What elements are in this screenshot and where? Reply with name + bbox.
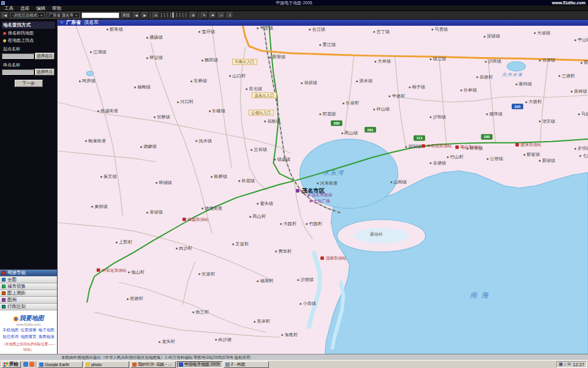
svg-text:塘缀镇: 塘缀镇	[143, 144, 157, 150]
map-label-s: 113	[414, 136, 425, 140]
radio-label: 按名称找地图	[8, 30, 34, 36]
radio-option-by-name[interactable]: 按名称找地图	[3, 30, 55, 36]
task-icon	[39, 362, 43, 367]
sidebar-link-0[interactable]: 手机地图	[2, 328, 19, 333]
radio-option-on-map[interactable]: 在地图上找点	[3, 37, 55, 44]
draw-tool-button[interactable]: ✎	[201, 12, 208, 18]
mode-dropdown[interactable]: -浏览信息模式- ▼	[10, 12, 45, 18]
zoom-slider[interactable]	[161, 13, 188, 17]
logo-subtext: www.51ditu.com	[0, 323, 57, 326]
zoom-in-button[interactable]: ⊕	[190, 12, 197, 18]
region-dropdown-value: 广东省 茂名市	[48, 13, 74, 18]
back-button[interactable]: ◀	[2, 12, 9, 18]
map-label-t: 梅菉街道	[85, 139, 106, 144]
map-label-t: 罗坑镇	[575, 145, 588, 151]
svg-text:大坡镇: 大坡镇	[537, 31, 551, 36]
sidebar-spacer	[0, 90, 57, 269]
map-label-t: 白沙塘	[215, 337, 232, 342]
map-label-b: 325	[512, 104, 523, 109]
tray-icon[interactable]: ✉	[567, 362, 571, 367]
quicklaunch-icon[interactable]	[29, 362, 34, 367]
collapse-icon[interactable]: «	[61, 20, 63, 26]
next-step-button[interactable]: 下一步	[15, 80, 43, 87]
zoom-slider-thumb[interactable]	[172, 12, 174, 18]
map-label-t: 合江镇	[309, 27, 325, 32]
sidebar-item-0[interactable]: 驾驶导航	[0, 270, 57, 277]
svg-text:板桥镇: 板桥镇	[213, 174, 227, 179]
sidebar-link-2[interactable]: 电子地图	[38, 328, 55, 333]
menu-help[interactable]: 帮助	[52, 6, 61, 10]
map-label-t: 镇盛镇	[274, 157, 290, 162]
map-label-t: 板桥镇	[211, 174, 227, 179]
map-label-g: 观珠加油站	[516, 143, 541, 148]
choose-start-button[interactable]: 选择起点	[35, 53, 55, 59]
logo-text: 我要地图	[20, 315, 44, 321]
taskbar-task-0[interactable]: Google Earth	[37, 361, 83, 368]
logo[interactable]: 我要地图 www.51ditu.com	[0, 310, 57, 327]
taskbar-task-4[interactable]: 2 - 画图	[224, 361, 269, 368]
sidebar-link-4[interactable]: 地图黄页	[20, 334, 37, 340]
zoom-out-button[interactable]: ⊖	[153, 12, 159, 18]
map-label-w: 南 海	[470, 291, 489, 299]
road	[58, 223, 273, 281]
map-canvas[interactable]: 那务镇播扬镇宝圩镇平定镇合江镇古丁镇马贵镇深镇镇大坡镇平山镇江湖镇林尘镇丽岗镇新…	[58, 26, 588, 354]
info-tool-button[interactable]: ℹ	[227, 12, 233, 18]
map-label-t: 马贵镇	[432, 27, 448, 32]
svg-text:高山镇: 高山镇	[345, 130, 358, 136]
svg-text:282: 282	[484, 135, 491, 139]
map-label-t: 秀华村	[275, 248, 292, 254]
taskbar-task-1[interactable]: photo	[84, 361, 129, 368]
tray-icon[interactable]: ♪	[564, 362, 567, 367]
start-button[interactable]: 开始	[1, 361, 21, 368]
sidebar-link-3[interactable]: 短信查询	[2, 334, 19, 340]
region-dropdown[interactable]: 广东省 茂名市 ▼	[47, 12, 80, 18]
end-name-input[interactable]	[2, 69, 34, 75]
road	[212, 26, 232, 168]
search-input[interactable]	[81, 12, 119, 18]
map-header-city[interactable]: 茂名市	[84, 20, 99, 26]
map[interactable]: 那务镇播扬镇宝圩镇平定镇合江镇古丁镇马贵镇深镇镇大坡镇平山镇江湖镇林尘镇丽岗镇新…	[58, 26, 588, 354]
sidebar-item-2[interactable]: 城市切换	[0, 283, 57, 290]
svg-text:霞洞镇: 霞洞镇	[409, 144, 422, 150]
svg-text:泗水镇: 泗水镇	[360, 79, 373, 83]
sidebar-item-5[interactable]: 行政区划	[0, 304, 57, 310]
map-label-t: 平定镇	[257, 26, 273, 31]
taskbar-task-2[interactable]: 我的社区·花园 - Mozill...	[130, 361, 176, 368]
tray-icon[interactable]: ▦	[559, 362, 563, 367]
pan-right-button[interactable]: ▶	[141, 12, 148, 18]
map-label-t: 沙田镇	[485, 59, 502, 64]
taskbar-task-3[interactable]: 中国电子地图 2005	[177, 361, 222, 368]
site-url: www.51ditu.com	[552, 0, 588, 6]
sidebar-item-1[interactable]: 全图	[0, 277, 57, 283]
sidebar-item-3[interactable]: 图上测距	[0, 290, 57, 297]
select-area-tool-button[interactable]: ▭	[218, 12, 225, 18]
map-label-t: 良光镇	[246, 86, 262, 91]
svg-text:那务镇: 那务镇	[110, 27, 123, 32]
find-button[interactable]: 查找	[121, 12, 131, 18]
sidebar-item-label: 驾驶导航	[7, 270, 26, 276]
svg-text:南三村: 南三村	[195, 310, 209, 315]
add-tool-button[interactable]: ✚	[209, 12, 216, 18]
svg-text:河东街道: 河东街道	[319, 181, 337, 186]
svg-text:龙头村: 龙头村	[162, 340, 176, 345]
map-label-t: 沙琅镇	[430, 115, 447, 120]
menu-select[interactable]: 选择	[20, 6, 29, 10]
svg-text:竹山村: 竹山村	[450, 155, 464, 159]
map-label-t: 泗水镇	[356, 79, 373, 83]
choose-end-button[interactable]: 选择终点	[35, 69, 55, 75]
svg-text:塘尾街道: 塘尾街道	[204, 205, 222, 211]
menu-tools[interactable]: 工具	[4, 6, 13, 10]
sidebar-item-icon	[2, 285, 6, 288]
map-label-t: 竹山村	[447, 155, 464, 159]
svg-text:新坡镇: 新坡镇	[542, 158, 556, 163]
sidebar-link-5[interactable]: 免费链接	[38, 334, 55, 340]
map-label-t: 山口村	[229, 74, 246, 79]
map-label-t: 塘尾街道	[202, 205, 222, 211]
start-name-input[interactable]	[2, 53, 34, 59]
quicklaunch-icon[interactable]	[23, 362, 28, 367]
pan-left-button[interactable]: ◀	[133, 12, 140, 18]
map-label-t: 公馆镇	[487, 156, 503, 161]
sidebar-link-1[interactable]: 位置搜索	[20, 328, 37, 333]
menu-edit[interactable]: 编辑	[36, 6, 45, 10]
sidebar-item-4[interactable]: 图例	[0, 297, 57, 304]
